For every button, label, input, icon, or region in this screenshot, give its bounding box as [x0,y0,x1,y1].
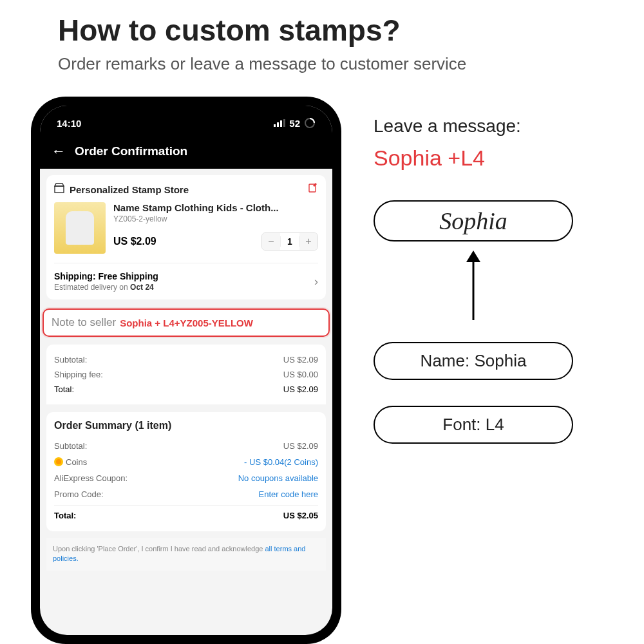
quantity-stepper[interactable]: − 1 + [261,232,318,251]
app-header: ← Order Confirmation [40,134,332,169]
shipping-eta: Estimated delivery on Oct 24 [54,283,158,292]
qty-value: 1 [280,236,299,247]
instruction-panel: Leave a message: Sophia +L4 Sophia Name:… [374,116,618,444]
svg-rect-5 [55,186,64,193]
promo-row[interactable]: Promo Code:Enter code here [54,486,318,502]
coins-row[interactable]: Coins - US $0.04(2 Coins) [54,454,318,470]
svg-rect-0 [274,124,276,127]
note-value: Sophia + L4+YZ005-YELLOW [120,317,253,328]
battery-ring-icon [304,117,316,129]
order-summary: Order Summary (1 item) Subtotal:US $2.09… [46,412,326,531]
note-label: Note to seller [52,316,116,329]
signature-preview: Sophia [374,200,573,242]
font-pill: Font: L4 [374,406,573,444]
product-row[interactable]: Name Stamp Clothing Kids - Cloth... YZ00… [54,202,318,254]
product-title: Name Stamp Clothing Kids - Cloth... [113,202,318,213]
page-subtitle: Order remarks or leave a message to cust… [58,54,466,74]
arrow-up-icon [464,251,618,324]
totals-block: Subtotal:US $2.09 Shipping fee:US $0.00 … [46,345,326,404]
message-example: Sophia +L4 [374,146,618,171]
name-pill: Name: Sophia [374,342,573,380]
svg-rect-1 [277,122,279,127]
store-icon [54,183,64,196]
shipping-label: Shipping: Free Shipping [54,271,158,281]
chevron-right-icon: › [314,275,318,289]
status-battery: 52 [289,118,300,129]
back-icon[interactable]: ← [52,143,66,160]
summary-heading: Order Summary (1 item) [54,420,318,431]
shipping-row[interactable]: Shipping: Free Shipping Estimated delive… [54,263,318,292]
coupon-row[interactable]: AliExpress Coupon:No coupons available [54,470,318,486]
edit-note-icon[interactable] [308,183,318,196]
svg-marker-8 [466,251,480,262]
header-title: Order Confirmation [75,144,187,158]
phone-screen: 14:10 52 ← Order Confirmation [40,106,332,635]
status-time: 14:10 [57,118,81,129]
svg-rect-3 [283,119,285,127]
coin-icon [54,457,63,466]
signal-icon [274,119,285,127]
qty-decrement[interactable]: − [262,233,280,250]
terms-acknowledgement: Upon clicking 'Place Order', I confirm I… [46,538,326,571]
note-to-seller[interactable]: Note to seller Sophia + L4+YZ005-YELLOW [43,308,330,337]
page-title: How to custom stamps? [58,13,401,48]
product-sku: YZ005-2-yellow [113,214,318,223]
order-card: Personalized Stamp Store Name Stamp Clot… [46,175,326,299]
store-name[interactable]: Personalized Stamp Store [70,184,189,195]
qty-increment[interactable]: + [299,233,317,250]
product-price: US $2.09 [113,236,156,247]
product-thumbnail [54,202,106,254]
phone-frame: 14:10 52 ← Order Confirmation [31,97,341,644]
phone-notch [138,106,234,121]
svg-rect-2 [280,120,282,127]
message-label: Leave a message: [374,116,618,137]
